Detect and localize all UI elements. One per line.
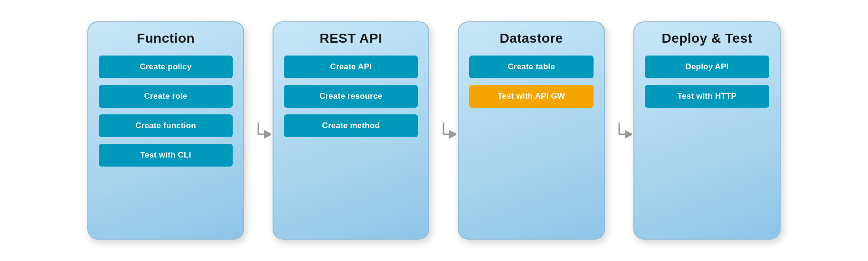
arrow-icon-1 bbox=[245, 118, 271, 143]
diagram: Function Create policy Create role Creat… bbox=[68, 12, 800, 249]
panel-function: Function Create policy Create role Creat… bbox=[87, 21, 244, 240]
panel-rest-api-title: REST API bbox=[320, 31, 382, 46]
panel-deploy-test-title: Deploy & Test bbox=[661, 31, 752, 46]
btn-create-function[interactable]: Create function bbox=[99, 114, 233, 137]
btn-test-with-http[interactable]: Test with HTTP bbox=[645, 85, 769, 108]
arrow-icon-2 bbox=[431, 118, 456, 143]
panel-datastore: Datastore Create table Test with API GW bbox=[458, 21, 605, 240]
arrow-3 bbox=[605, 118, 633, 143]
btn-create-table[interactable]: Create table bbox=[469, 56, 594, 78]
btn-create-policy[interactable]: Create policy bbox=[99, 56, 233, 78]
panel-datastore-title: Datastore bbox=[500, 31, 563, 46]
btn-create-role[interactable]: Create role bbox=[99, 85, 233, 108]
btn-create-api[interactable]: Create API bbox=[284, 56, 418, 78]
btn-create-resource[interactable]: Create resource bbox=[284, 85, 418, 108]
panel-rest-api: REST API Create API Create resource Crea… bbox=[273, 21, 429, 240]
panel-deploy-test: Deploy & Test Deploy API Test with HTTP bbox=[633, 21, 781, 240]
btn-create-method[interactable]: Create method bbox=[284, 114, 418, 137]
arrow-1 bbox=[244, 118, 273, 143]
arrow-2 bbox=[429, 118, 458, 143]
panel-function-title: Function bbox=[137, 31, 195, 46]
arrow-icon-3 bbox=[606, 118, 632, 143]
btn-test-with-api-gw[interactable]: Test with API GW bbox=[469, 85, 594, 108]
btn-deploy-api[interactable]: Deploy API bbox=[645, 56, 769, 78]
btn-test-with-cli[interactable]: Test with CLI bbox=[99, 144, 233, 167]
